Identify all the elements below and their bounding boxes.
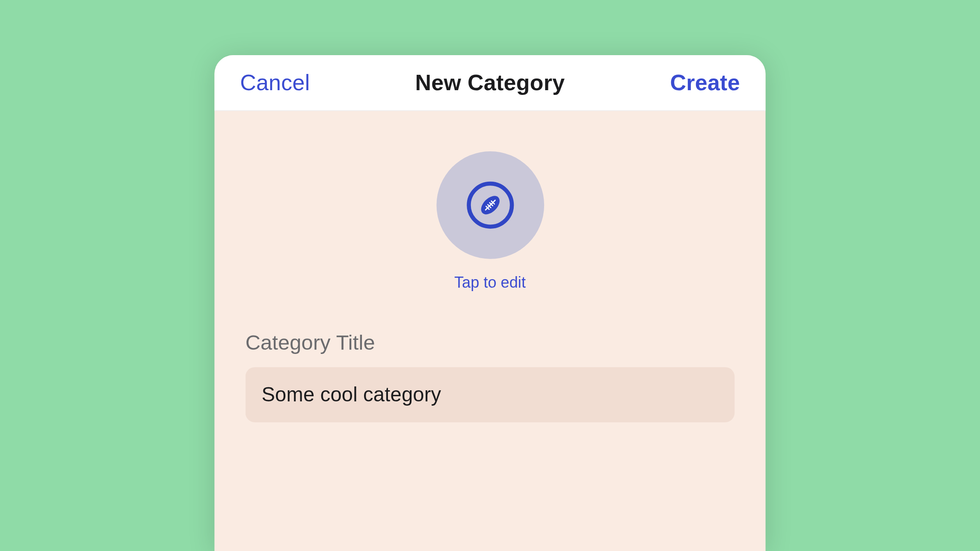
icon-ring — [466, 181, 513, 228]
tap-to-edit-label[interactable]: Tap to edit — [454, 274, 526, 292]
cancel-button[interactable]: Cancel — [240, 70, 310, 95]
category-title-input[interactable] — [246, 367, 735, 422]
category-title-label: Category Title — [246, 330, 735, 355]
create-button[interactable]: Create — [670, 70, 740, 95]
icon-picker-button[interactable] — [436, 151, 544, 259]
sheet-title: New Category — [415, 70, 565, 95]
new-category-sheet: Cancel New Category Create — [214, 55, 765, 551]
navigation-bar: Cancel New Category Create — [214, 55, 765, 111]
sheet-content: Tap to edit Category Title — [214, 111, 765, 422]
football-icon — [478, 193, 502, 217]
icon-picker-section: Tap to edit — [246, 151, 735, 292]
